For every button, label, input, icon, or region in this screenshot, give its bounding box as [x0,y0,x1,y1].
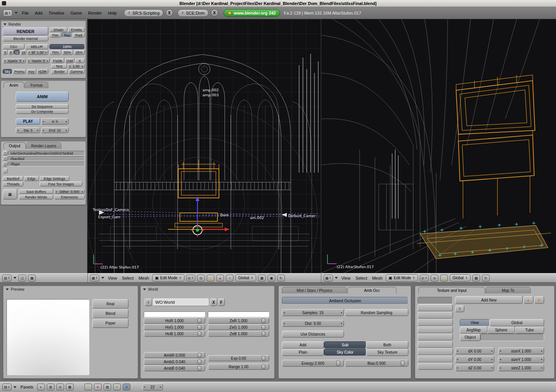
osa-11-button[interactable]: 11 [14,50,20,55]
manipulator-hand-icon[interactable]: ◆ [207,275,214,282]
samples-stepper[interactable]: Samples: 15 [282,309,344,316]
shadow-toggle[interactable]: Shado [49,27,67,32]
draw-type-dropdown[interactable]: ◎⇕ [186,275,196,282]
both-mode-button[interactable]: Both [366,341,408,349]
select-menu[interactable]: Select [354,276,369,280]
horizon-b-slider[interactable]: HoB 1.000 [144,331,205,337]
folder-browse-icon[interactable]: □ [3,156,8,161]
sky-toggle[interactable]: Sky [3,69,12,74]
tab-map-to[interactable]: Map To [485,287,531,293]
range-slider[interactable]: Range 1.00 [208,364,269,370]
panel-grid-icon[interactable]: ▦ [28,275,36,282]
horizon-g-slider[interactable]: HoG 1.000 [144,324,205,330]
filter-dropdown[interactable]: Tent [51,64,67,69]
texture-channel-slot[interactable] [418,297,453,304]
plain-energy-button[interactable]: Plain [282,349,324,356]
collapse-menus-icon[interactable] [13,386,16,388]
start-frame-stepper[interactable]: Sta: 5 [16,127,40,133]
lamp-buttons-icon[interactable]: ☀ [84,384,92,390]
ftype-path-field[interactable]: //ftype [8,161,85,166]
osa-8-button[interactable]: 8 [8,50,13,55]
altar-wireframe-selected[interactable] [168,160,229,229]
lock-icon[interactable]: ▣ [268,275,275,282]
object-toggle[interactable]: Object [460,334,480,341]
xparts-stepper[interactable]: Xparts: 5 [3,58,26,63]
ambient-g-slider[interactable]: AmbG 0.040 [144,359,205,365]
tab-output[interactable]: Output [3,142,26,149]
mode-dropdown[interactable]: ▣Edit Mode⇕ [152,274,184,282]
threads-toggle[interactable]: Threads [3,181,23,186]
script-buttons-icon[interactable]: ▥ [47,384,54,390]
energy-slider[interactable]: Energy:2.000 [282,360,344,367]
rt-stepper[interactable]: rt: 0 [41,118,69,125]
tab-format[interactable]: Format [25,82,48,88]
orientation-dropdown[interactable]: Global⇕ [450,274,470,282]
texture-browse-icon[interactable]: ⇕ [455,305,464,312]
panels-menu[interactable]: Panels [18,385,35,389]
odd-toggle[interactable]: Odd [65,58,74,63]
add-new-texture-button[interactable]: Add New [455,296,523,304]
dither-stepper[interactable]: Dither: 0.000 [54,189,85,194]
border-toggle[interactable]: Border [51,69,68,74]
do-sequence-toggle[interactable]: Do Sequence [16,104,69,109]
filter-size-stepper[interactable]: 1.00 [67,64,85,69]
collapse-menus-icon[interactable] [13,277,16,279]
render-preview-icon[interactable]: ↻ [482,275,490,282]
datablock-browse-icon[interactable]: ⇕ [145,298,152,306]
screen-selector[interactable]: ⇕SR:5-Scripting [124,9,163,17]
editor-type-icon[interactable]: ▤⇕ [2,384,12,390]
ambient-occlusion-toggle[interactable]: Ambient Occlusion [282,297,408,305]
screen-close-button[interactable]: X [166,9,173,16]
render-display-icon[interactable]: ▦ [3,189,17,199]
edge-settings-button[interactable]: Edge Settings [39,176,69,181]
ray-toggle[interactable]: Ray [62,33,72,38]
size-75-button[interactable]: 75% [49,50,61,55]
blur-factor-stepper[interactable]: Bf: 1.00 [27,50,48,55]
pivot-dropdown[interactable]: ◎ [197,275,205,282]
yparts-stepper[interactable]: Yparts: 5 [26,58,50,63]
tab-texture-and-input[interactable]: Texture and Input [418,287,485,293]
backbuf-toggle[interactable]: Backbuf [3,176,23,181]
folder-browse-icon[interactable]: □ [3,161,8,166]
unlink-button[interactable]: X [210,298,217,306]
layers-grid-icon[interactable]: ▦ [258,275,266,282]
random-sampling-toggle[interactable]: Random Sampling [345,309,408,316]
zenith-r-slider[interactable]: ZeR 1.000 [208,318,269,324]
horizon-color-swatch[interactable] [144,311,205,317]
editor-type-icon[interactable]: ▤⇕ [3,10,12,16]
mesh-menu[interactable]: Mesh [370,276,384,280]
render-window-dropdown[interactable]: Render Windo [19,194,53,199]
osa-toggle[interactable]: OSA [3,44,25,49]
texture-channel-slot[interactable] [418,304,453,311]
world-datablock-field[interactable]: WO:World [153,298,209,306]
shading-buttons-icon[interactable]: ◎ [56,384,64,390]
pano-toggle[interactable]: Pan [49,33,61,38]
texture-channel-slot[interactable] [418,348,453,355]
size-z-stepper[interactable]: sizeZ 1.000 [498,364,544,371]
object-name-field[interactable] [480,334,544,341]
editor-type-icon[interactable]: ▦⇕ [324,275,333,282]
key-value-stepper[interactable]: 128 [37,69,48,74]
sphere-toggle[interactable]: Sphere [487,326,515,334]
camera-icon[interactable] [281,213,287,217]
free-tex-images-toggle[interactable]: Free Tex Images [39,181,82,186]
menu-game[interactable]: Game [69,11,84,15]
menu-file[interactable]: File [20,11,31,15]
texture-channel-slot[interactable] [418,362,453,370]
collapse-menus-icon[interactable] [335,277,338,279]
angmap-toggle[interactable]: AngMap [460,326,487,334]
tube-toggle[interactable]: Tube [515,326,544,334]
fields-x-toggle[interactable]: X [75,58,85,63]
tab-mist-stars-physics[interactable]: Mist / Stars / Physics [282,287,347,293]
menu-help[interactable]: Help [106,11,119,15]
panel-align-icon[interactable]: ◫ [18,275,26,282]
draw-type-dropdown[interactable]: ◎⇕ [420,275,429,282]
anim-button[interactable]: ANIM [16,92,69,102]
tab-render-layers[interactable]: Render Layers [26,142,61,149]
collapse-triangle-icon[interactable] [6,288,9,290]
manipulator-hand-icon[interactable]: ◆ [440,275,448,282]
preview-real-toggle[interactable]: Real [92,299,128,309]
horizon-r-slider[interactable]: HoR 1.000 [144,318,205,324]
editor-type-icon[interactable]: ▤⇕ [2,275,12,282]
mode-dropdown[interactable]: ▣Edit Mode⇕ [386,274,418,282]
